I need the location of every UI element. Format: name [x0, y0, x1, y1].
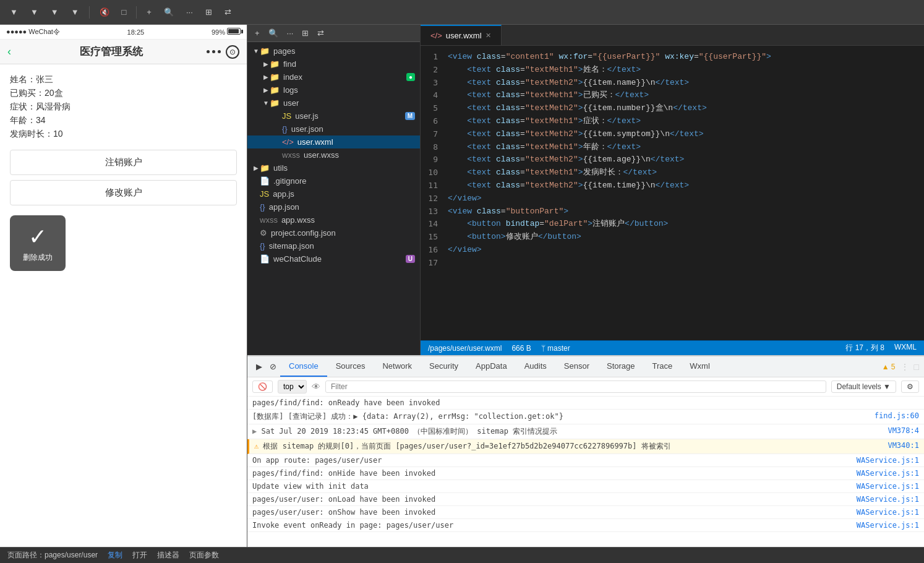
file-sync-btn[interactable]: ⇄ [315, 27, 327, 39]
log-line: pages/find/find: onReady have been invok… [247, 397, 924, 410]
file-item-find[interactable]: ▶ 📁 find [247, 58, 420, 71]
file-item-sitemapjson[interactable]: {} sitemap.json [247, 239, 420, 252]
json-icon-sitemapjson: {} [260, 241, 265, 251]
log-source[interactable]: WAService.js:1 [857, 482, 919, 491]
file-layout-btn[interactable]: ⊞ [299, 27, 311, 39]
file-label-userjson: user.json [291, 124, 323, 134]
file-item-utils[interactable]: ▶ 📁 utils [247, 161, 420, 174]
add-btn[interactable]: + [142, 5, 156, 19]
tab-close-btn[interactable]: ✕ [486, 32, 491, 40]
tab-console[interactable]: Console [280, 356, 327, 377]
phone-page-title: 医疗管理系统 [16, 45, 207, 59]
file-item-user-folder[interactable]: ▼ 📁 user [247, 97, 420, 110]
log-line: ▶ Sat Jul 20 2019 18:23:45 GMT+0800 （中国标… [247, 424, 924, 439]
file-item-pages[interactable]: ▼ 📁 pages [247, 45, 420, 58]
user-purchased: 已购买：20盒 [10, 88, 237, 99]
log-source[interactable]: VM378:4 [888, 426, 919, 437]
log-line: pages/user/user: onShow have been invoke… [247, 506, 924, 519]
file-add-btn[interactable]: + [252, 27, 262, 39]
file-search-btn[interactable]: 🔍 [266, 27, 281, 39]
layout-btn[interactable]: ⊞ [200, 5, 217, 19]
more-btn[interactable]: ··· [181, 5, 198, 19]
devtools-toggle-btn[interactable]: ▶ [252, 357, 266, 376]
folder-arrow-logs: ▶ [262, 87, 270, 93]
tab-wxml[interactable]: Wxml [681, 356, 719, 377]
file-item-userjson[interactable]: {} user.json [247, 122, 420, 135]
filter-clear-btn[interactable]: 🚫 [252, 380, 273, 393]
log-source[interactable]: WAService.js:1 [857, 469, 919, 478]
file-more-btn[interactable]: ··· [284, 27, 296, 39]
file-item-appjs[interactable]: JS app.js [247, 187, 420, 200]
devtools-log-content: pages/find/find: onReady have been invok… [247, 397, 924, 547]
folder-icon-user: 📁 [270, 98, 280, 108]
search-btn[interactable]: 🔍 [159, 5, 179, 19]
devtools-options-btn[interactable]: ⋮ [900, 362, 909, 372]
back-button[interactable]: ‹ [7, 45, 11, 58]
wxss-icon-userwxss: wxss [282, 150, 300, 160]
file-item-appwxss[interactable]: wxss app.wxss [247, 213, 420, 226]
code-area[interactable]: 1234567891011121314151617 <view class="c… [421, 46, 924, 340]
tab-network[interactable]: Network [374, 356, 421, 377]
file-item-userwxss[interactable]: wxss user.wxss [247, 148, 420, 161]
window-btn[interactable]: □ [117, 5, 132, 19]
file-item-wechatclude[interactable]: 📄 weChatClude U [247, 252, 420, 265]
toolbar-btn-1[interactable]: ▼ [5, 5, 23, 19]
file-label-index: index [283, 72, 302, 82]
log-line: Invoke event onReady in page: pages/user… [247, 519, 924, 532]
log-source[interactable]: find.js:60 [875, 411, 919, 422]
settings-icon[interactable]: ⚙ [901, 380, 919, 393]
file-item-userwxml[interactable]: </> user.wxml [247, 135, 420, 148]
record-btn[interactable]: ⊙ [226, 45, 239, 59]
toolbar-separator-1 [89, 6, 90, 19]
filter-input[interactable] [325, 380, 826, 393]
tab-appdata[interactable]: AppData [467, 356, 516, 377]
tab-sensor[interactable]: Sensor [555, 356, 598, 377]
editor-tab-userwxml[interactable]: </> user.wxml ✕ [421, 25, 502, 45]
wxss-icon-appwxss: wxss [260, 215, 278, 225]
toolbar-btn-4[interactable]: ▼ [66, 5, 84, 19]
toolbar-btn-3[interactable]: ▼ [46, 5, 64, 19]
file-item-logs[interactable]: ▶ 📁 logs [247, 84, 420, 97]
context-select[interactable]: top [278, 380, 307, 393]
file-item-userjs[interactable]: JS user.js M [247, 110, 420, 122]
log-source[interactable]: WAService.js:1 [857, 508, 919, 517]
file-label-sitemapjson: sitemap.json [269, 241, 314, 251]
log-source[interactable]: VM340:1 [888, 441, 919, 452]
file-item-index[interactable]: ▶ 📁 index ● [247, 71, 420, 84]
log-source[interactable]: WAService.js:1 [857, 456, 919, 465]
bottom-copy-link[interactable]: 复制 [108, 550, 122, 561]
file-label-userwxss: user.wxss [304, 150, 339, 160]
tab-storage[interactable]: Storage [598, 356, 644, 377]
status-path: /pages/user/user.wxml [428, 344, 502, 353]
tab-wxml-icon: </> [430, 31, 442, 40]
sync-btn[interactable]: ⇄ [220, 5, 236, 19]
logout-button[interactable]: 注销账户 [10, 150, 237, 175]
file-item-appjson[interactable]: {} app.json [247, 200, 420, 213]
more-options-icon[interactable] [207, 50, 221, 53]
levels-btn[interactable]: Default levels ▼ [831, 380, 896, 393]
toolbar-btn-2[interactable]: ▼ [25, 5, 43, 19]
userjs-badge: M [405, 112, 415, 120]
file-icon-gitignore: 📄 [260, 176, 270, 186]
tab-sources[interactable]: Sources [327, 356, 374, 377]
devtools-dock-btn[interactable]: □ [914, 362, 919, 372]
devtools-stop-btn[interactable]: ⊘ [266, 357, 280, 376]
file-label-pages: pages [273, 46, 295, 56]
log-text: Invoke event onReady in page: pages/user… [252, 521, 847, 530]
tab-security[interactable]: Security [421, 356, 467, 377]
file-label-utils: utils [273, 163, 288, 173]
file-item-gitignore[interactable]: 📄 .gitignore [247, 174, 420, 187]
tab-audits[interactable]: Audits [516, 356, 555, 377]
file-item-projectconfig[interactable]: ⚙ project.config.json [247, 226, 420, 239]
log-source[interactable]: WAService.js:1 [857, 521, 919, 530]
modify-button[interactable]: 修改账户 [10, 180, 237, 205]
tab-trace[interactable]: Trace [644, 356, 682, 377]
log-text: pages/user/user: onShow have been invoke… [252, 508, 847, 517]
mute-btn[interactable]: 🔇 [95, 5, 114, 19]
status-position: 行 17，列 8 [845, 343, 884, 353]
phone-signal: ●●●●● WeChat令 [6, 27, 60, 37]
folder-arrow-find: ▶ [262, 61, 270, 67]
eye-icon[interactable]: 👁 [312, 382, 320, 392]
log-text: pages/find/find: onReady have been invok… [252, 398, 919, 407]
log-source[interactable]: WAService.js:1 [857, 495, 919, 504]
